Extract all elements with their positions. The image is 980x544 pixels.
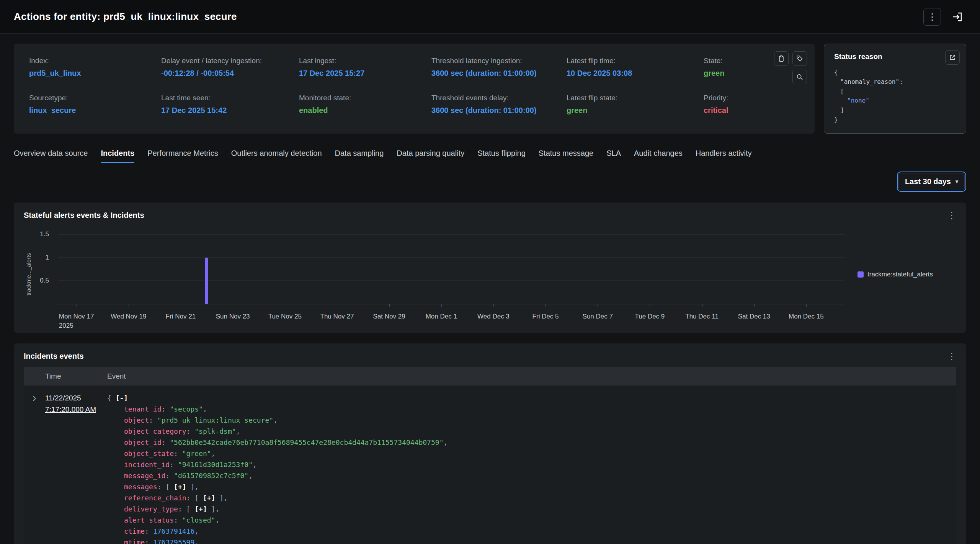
collapse-toggle[interactable]: [-] xyxy=(116,394,128,402)
json-token: , xyxy=(203,405,207,413)
json-token: : xyxy=(162,405,170,413)
tab-incidents[interactable]: Incidents xyxy=(101,149,134,163)
json-token: , xyxy=(253,461,257,469)
x-tick-label: Tue Dec 9 xyxy=(635,312,665,322)
x-tick-text: Thu Dec 11 xyxy=(685,312,719,322)
info-field: Sourcetype:linux_secure xyxy=(29,94,161,115)
chart-area: 0.511.5 Mon Nov 172025Wed Nov 19Fri Nov … xyxy=(34,223,848,326)
info-column: Index:prd5_uk_linuxSourcetype:linux_secu… xyxy=(29,57,161,115)
info-column: Delay event / latency ingestion:-00:12:2… xyxy=(161,57,299,115)
json-key: object xyxy=(124,416,149,424)
info-fields: Index:prd5_uk_linuxSourcetype:linux_secu… xyxy=(29,57,799,115)
x-tick-text: Tue Nov 25 xyxy=(268,312,302,322)
json-token: , xyxy=(194,527,199,535)
table-header-row: Time Event xyxy=(24,367,956,386)
x-tick-mark xyxy=(337,304,337,307)
info-column: Latest flip time:10 Dec 2025 03:08Latest… xyxy=(567,57,704,115)
tab-overview-data-source[interactable]: Overview data source xyxy=(14,149,88,163)
chart-kebab-menu-icon[interactable]: ⋮ xyxy=(947,211,956,220)
event-time-link[interactable]: 11/22/2025 xyxy=(45,392,107,404)
gridline xyxy=(58,280,845,281)
json-key: tenant_id xyxy=(124,405,162,413)
x-tick-label: Tue Nov 25 xyxy=(268,312,302,322)
info-field: Last ingest:17 Dec 2025 15:27 xyxy=(299,57,431,78)
json-key: object_state xyxy=(124,449,174,457)
chart-body: trackme..._alerts 0.511.5 Mon Nov 172025… xyxy=(14,220,966,333)
json-token: , xyxy=(248,472,253,480)
exit-button[interactable] xyxy=(949,8,966,26)
header: Actions for entity: prd5_uk_linux:linux_… xyxy=(0,0,980,34)
expand-toggle[interactable]: [+] xyxy=(203,494,216,502)
timerange-dropdown[interactable]: Last 30 days ▾ xyxy=(898,173,965,190)
x-tick-mark xyxy=(754,304,755,307)
alerts-chart-panel: Stateful alerts events & Incidents ⋮ tra… xyxy=(14,203,966,333)
legend-item[interactable]: trackme:stateful_alerts xyxy=(858,271,933,278)
status-reason-title: Status reason xyxy=(834,52,956,61)
json-number-value: 1763791416 xyxy=(153,527,194,535)
tab-audit-changes[interactable]: Audit changes xyxy=(634,149,683,163)
event-json-line: alert_status: "closed", xyxy=(107,515,956,526)
tab-status-message[interactable]: Status message xyxy=(539,149,593,163)
x-tick-label: Thu Dec 11 xyxy=(685,312,719,322)
header-time: Time xyxy=(45,372,107,381)
json-token: : xyxy=(186,494,195,502)
expand-toggle[interactable]: [+] xyxy=(194,505,207,513)
json-token: : xyxy=(145,527,153,535)
tab-handlers-activity[interactable]: Handlers activity xyxy=(696,149,752,163)
expand-toggle[interactable]: [+] xyxy=(174,483,186,491)
x-tick-text: Sun Nov 23 xyxy=(216,312,250,322)
json-token: , xyxy=(194,538,199,544)
json-key: object_id xyxy=(124,438,162,446)
x-tick-text: Sun Dec 7 xyxy=(583,312,613,322)
tab-data-sampling[interactable]: Data sampling xyxy=(335,149,384,163)
open-external-button[interactable] xyxy=(945,50,960,65)
chart-xaxis: Mon Nov 172025Wed Nov 19Fri Nov 21Sun No… xyxy=(58,307,845,326)
json-string-value: "green" xyxy=(182,449,211,457)
search-button[interactable] xyxy=(792,70,807,84)
json-key: delivery_type xyxy=(124,505,178,513)
json-token: { xyxy=(107,394,116,402)
table-row: 11/22/20257:17:20.000 AM{ [-]tenant_id: … xyxy=(24,386,956,544)
tab-performance-metrics[interactable]: Performance Metrics xyxy=(147,149,218,163)
json-key: ctime xyxy=(124,527,145,535)
field-value: 10 Dec 2025 03:08 xyxy=(567,69,704,78)
tag-button[interactable] xyxy=(792,51,807,66)
x-tick-text: Fri Nov 21 xyxy=(166,312,196,322)
expand-row-icon[interactable] xyxy=(31,395,38,544)
info-field: Threshold events delay:3600 sec (duratio… xyxy=(431,94,567,115)
json-string-value: "d615709852c7c5f0" xyxy=(174,472,248,480)
x-tick-label: Sat Dec 13 xyxy=(738,312,770,322)
chart-bar[interactable] xyxy=(205,258,208,304)
field-value: 3600 sec (duration: 01:00:00) xyxy=(431,69,567,78)
status-json-line: [ xyxy=(834,87,956,96)
status-json-line: ] xyxy=(834,106,956,115)
x-tick-text: Wed Dec 3 xyxy=(477,312,510,322)
tab-sla[interactable]: SLA xyxy=(606,149,621,163)
event-json-line: incident_id: "94161d30d1a253f0", xyxy=(107,459,956,470)
x-tick-text: Sat Nov 29 xyxy=(373,312,405,322)
incidents-panel-header: Incidents events ⋮ xyxy=(14,343,966,361)
clipboard-button[interactable] xyxy=(774,51,789,66)
tab-outliers-anomaly-detection[interactable]: Outliers anomaly detection xyxy=(231,149,322,163)
timerange-row: Last 30 days ▾ xyxy=(14,172,966,192)
info-field: Latest flip time:10 Dec 2025 03:08 xyxy=(567,57,704,78)
event-json-line: message_id: "d615709852c7c5f0", xyxy=(107,470,956,481)
tab-data-parsing-quality[interactable]: Data parsing quality xyxy=(397,149,464,163)
gridline xyxy=(58,234,845,235)
json-string-value: "closed" xyxy=(182,516,216,524)
json-token: [ xyxy=(194,494,203,502)
tab-status-flipping[interactable]: Status flipping xyxy=(477,149,526,163)
json-key: incident_id xyxy=(124,461,170,469)
x-tick-text: Mon Dec 15 xyxy=(789,312,824,322)
x-tick-label: Mon Nov 172025 xyxy=(59,312,94,331)
kebab-menu-button[interactable]: ⋮ xyxy=(923,8,941,26)
spacer xyxy=(774,70,789,84)
event-json-line: tenant_id: "secops", xyxy=(107,404,956,415)
legend-label: trackme:stateful_alerts xyxy=(867,271,933,278)
incidents-kebab-menu-icon[interactable]: ⋮ xyxy=(947,352,956,361)
x-tick-mark xyxy=(181,304,181,307)
y-tick-label: 1.5 xyxy=(40,230,49,238)
event-time-link[interactable]: 7:17:20.000 AM xyxy=(45,404,107,415)
json-token: [ xyxy=(186,505,195,513)
json-token: : xyxy=(165,472,174,480)
